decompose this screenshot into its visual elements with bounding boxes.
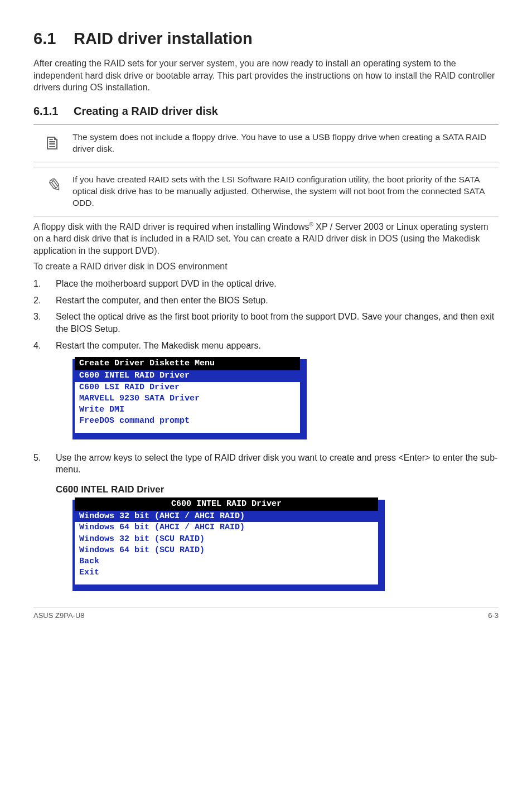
step-text: Restart the computer. The Makedisk menu … <box>56 340 499 352</box>
text-run: A floppy disk with the RAID driver is re… <box>33 222 309 231</box>
console-title: C600 INTEL RAID Driver <box>75 497 378 511</box>
registered-mark: ® <box>309 221 313 228</box>
list-item: 4.Restart the computer. The Makedisk men… <box>33 337 499 354</box>
step-number: 1. <box>33 278 56 290</box>
footer-left: ASUS Z9PA-U8 <box>33 611 85 621</box>
step-list: 1.Place the motherboard support DVD in t… <box>33 276 499 354</box>
step-text: Restart the computer, and then enter the… <box>56 294 499 307</box>
note-box: ✎ If you have created RAID sets with the… <box>33 167 499 216</box>
menu-item[interactable]: Windows 32 bit (AHCI / AHCI RAID) <box>75 511 378 522</box>
menu-item[interactable]: Exit <box>75 567 378 578</box>
body-paragraph: To create a RAID driver disk in DOS envi… <box>33 260 499 273</box>
intro-paragraph: After creating the RAID sets for your se… <box>33 57 499 94</box>
note-text: The system does not include a floppy dri… <box>72 129 499 157</box>
menu-item[interactable]: Back <box>75 556 378 567</box>
section-title: RAID driver installation <box>74 30 253 47</box>
menu-item[interactable]: MARVELL 9230 SATA Driver <box>75 393 300 404</box>
console-caption: C600 INTEL RAID Driver <box>56 484 499 496</box>
subsection-title: Creating a RAID driver disk <box>74 105 218 117</box>
pencil-icon: ✎ <box>33 172 72 199</box>
console-menu: Create Driver Diskette Menu C600 INTEL R… <box>72 359 307 439</box>
note-box: 🗎 The system does not include a floppy d… <box>33 124 499 162</box>
body-paragraph: A floppy disk with the RAID driver is re… <box>33 221 499 257</box>
step-text: Select the optical drive as the first bo… <box>56 311 499 335</box>
note-icon: 🗎 <box>33 129 72 156</box>
page-footer: ASUS Z9PA-U8 6-3 <box>33 611 499 621</box>
console-menu: C600 INTEL RAID Driver Windows 32 bit (A… <box>72 500 385 591</box>
menu-item[interactable]: FreeDOS command prompt <box>75 416 300 427</box>
menu-item[interactable]: Windows 32 bit (SCU RAID) <box>75 534 378 545</box>
list-item: 2.Restart the computer, and then enter t… <box>33 292 499 309</box>
footer-right: 6-3 <box>488 611 499 621</box>
section-heading: 6.1RAID driver installation <box>33 28 499 50</box>
menu-item[interactable]: C600 INTEL RAID Driver <box>75 370 300 381</box>
section-number: 6.1 <box>33 28 74 50</box>
subsection-heading: 6.1.1Creating a RAID driver disk <box>33 104 499 119</box>
step-number: 2. <box>33 294 56 307</box>
console-title: Create Driver Diskette Menu <box>75 357 300 370</box>
note-text: If you have created RAID sets with the L… <box>72 172 499 211</box>
list-item: 3.Select the optical drive as the first … <box>33 308 499 337</box>
step-list: 5.Use the arrow keys to select the type … <box>33 450 499 478</box>
subsection-number: 6.1.1 <box>33 104 74 119</box>
menu-item[interactable]: C600 LSI RAID Driver <box>75 382 300 393</box>
step-text: Place the motherboard support DVD in the… <box>56 278 499 290</box>
menu-item[interactable]: Windows 64 bit (AHCI / AHCI RAID) <box>75 522 378 533</box>
menu-item[interactable]: Windows 64 bit (SCU RAID) <box>75 545 378 556</box>
list-item: 1.Place the motherboard support DVD in t… <box>33 276 499 292</box>
step-number: 3. <box>33 311 56 335</box>
step-number: 4. <box>33 340 56 352</box>
footer-divider <box>33 607 499 607</box>
step-text: Use the arrow keys to select the type of… <box>56 452 499 476</box>
step-number: 5. <box>33 452 56 476</box>
list-item: 5.Use the arrow keys to select the type … <box>33 450 499 478</box>
menu-item[interactable]: Write DMI <box>75 404 300 416</box>
